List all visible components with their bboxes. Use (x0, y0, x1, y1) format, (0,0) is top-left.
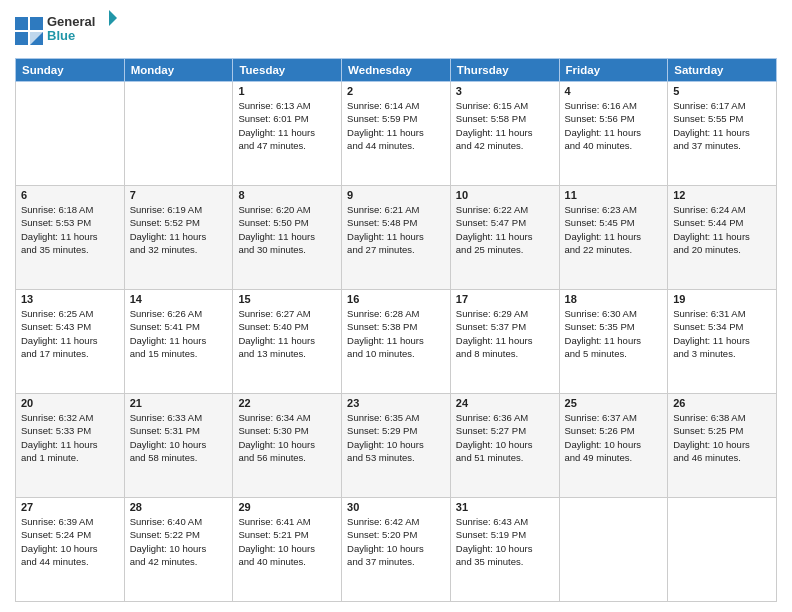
cell-info-line: and 46 minutes. (673, 451, 771, 464)
cell-info-line: Sunrise: 6:42 AM (347, 515, 445, 528)
cell-info-line: Daylight: 11 hours (238, 230, 336, 243)
calendar-cell: 26Sunrise: 6:38 AMSunset: 5:25 PMDayligh… (668, 394, 777, 498)
cell-info-line: Sunset: 5:21 PM (238, 528, 336, 541)
calendar-row-1: 6Sunrise: 6:18 AMSunset: 5:53 PMDaylight… (16, 186, 777, 290)
cell-info-line: Daylight: 11 hours (21, 334, 119, 347)
cell-info-line: Sunset: 6:01 PM (238, 112, 336, 125)
cell-info-line: Sunset: 5:38 PM (347, 320, 445, 333)
cell-info-line: Sunset: 5:19 PM (456, 528, 554, 541)
cell-info-line: and 40 minutes. (565, 139, 663, 152)
cell-info-line: Sunset: 5:37 PM (456, 320, 554, 333)
day-number: 28 (130, 501, 228, 513)
cell-info-line: Daylight: 11 hours (21, 438, 119, 451)
cell-info-line: Sunrise: 6:31 AM (673, 307, 771, 320)
day-number: 16 (347, 293, 445, 305)
calendar-cell: 12Sunrise: 6:24 AMSunset: 5:44 PMDayligh… (668, 186, 777, 290)
cell-info-line: Sunrise: 6:23 AM (565, 203, 663, 216)
cell-info-line: Sunset: 5:48 PM (347, 216, 445, 229)
day-number: 2 (347, 85, 445, 97)
cell-info-line: Sunset: 5:56 PM (565, 112, 663, 125)
day-number: 20 (21, 397, 119, 409)
cell-info-line: Sunrise: 6:29 AM (456, 307, 554, 320)
cell-info-line: Daylight: 11 hours (673, 126, 771, 139)
day-number: 18 (565, 293, 663, 305)
day-number: 7 (130, 189, 228, 201)
cell-info-line: Sunset: 5:53 PM (21, 216, 119, 229)
cell-info-line: Daylight: 11 hours (456, 334, 554, 347)
cell-info-line: Sunrise: 6:30 AM (565, 307, 663, 320)
cell-info-line: Sunrise: 6:17 AM (673, 99, 771, 112)
calendar-row-0: 1Sunrise: 6:13 AMSunset: 6:01 PMDaylight… (16, 82, 777, 186)
day-number: 6 (21, 189, 119, 201)
day-number: 31 (456, 501, 554, 513)
cell-info-line: and 47 minutes. (238, 139, 336, 152)
cell-info-line: Sunrise: 6:43 AM (456, 515, 554, 528)
cell-info-line: Sunrise: 6:16 AM (565, 99, 663, 112)
logo-icon (15, 17, 43, 45)
cell-info-line: Sunset: 5:52 PM (130, 216, 228, 229)
cell-info-line: Sunrise: 6:33 AM (130, 411, 228, 424)
day-number: 13 (21, 293, 119, 305)
logo: General Blue (15, 10, 117, 52)
calendar-row-3: 20Sunrise: 6:32 AMSunset: 5:33 PMDayligh… (16, 394, 777, 498)
cell-info-line: Sunrise: 6:28 AM (347, 307, 445, 320)
day-number: 15 (238, 293, 336, 305)
calendar-cell: 21Sunrise: 6:33 AMSunset: 5:31 PMDayligh… (124, 394, 233, 498)
cell-info-line: Sunset: 5:41 PM (130, 320, 228, 333)
cell-info-line: Daylight: 11 hours (565, 126, 663, 139)
cell-info-line: and 10 minutes. (347, 347, 445, 360)
cell-info-line: Sunrise: 6:38 AM (673, 411, 771, 424)
cell-info-line: Daylight: 11 hours (238, 126, 336, 139)
calendar-row-2: 13Sunrise: 6:25 AMSunset: 5:43 PMDayligh… (16, 290, 777, 394)
cell-info-line: Sunrise: 6:36 AM (456, 411, 554, 424)
cell-info-line: Sunset: 5:20 PM (347, 528, 445, 541)
cell-info-line: and 42 minutes. (456, 139, 554, 152)
cell-info-line: Sunrise: 6:40 AM (130, 515, 228, 528)
cell-info-line: Sunrise: 6:39 AM (21, 515, 119, 528)
generalblue-logo-svg: General Blue (47, 10, 117, 48)
cell-info-line: Sunrise: 6:20 AM (238, 203, 336, 216)
calendar-cell: 31Sunrise: 6:43 AMSunset: 5:19 PMDayligh… (450, 498, 559, 602)
cell-info-line: Daylight: 11 hours (238, 334, 336, 347)
cell-info-line: Daylight: 10 hours (238, 542, 336, 555)
cell-info-line: and 13 minutes. (238, 347, 336, 360)
day-number: 10 (456, 189, 554, 201)
cell-info-line: and 44 minutes. (347, 139, 445, 152)
calendar-cell: 2Sunrise: 6:14 AMSunset: 5:59 PMDaylight… (342, 82, 451, 186)
cell-info-line: Daylight: 10 hours (456, 542, 554, 555)
cell-info-line: Sunset: 5:29 PM (347, 424, 445, 437)
calendar-cell: 7Sunrise: 6:19 AMSunset: 5:52 PMDaylight… (124, 186, 233, 290)
cell-info-line: Sunrise: 6:35 AM (347, 411, 445, 424)
calendar-cell: 11Sunrise: 6:23 AMSunset: 5:45 PMDayligh… (559, 186, 668, 290)
cell-info-line: and 30 minutes. (238, 243, 336, 256)
cell-info-line: and 27 minutes. (347, 243, 445, 256)
day-number: 30 (347, 501, 445, 513)
cell-info-line: Sunrise: 6:19 AM (130, 203, 228, 216)
calendar-cell: 13Sunrise: 6:25 AMSunset: 5:43 PMDayligh… (16, 290, 125, 394)
calendar-cell: 1Sunrise: 6:13 AMSunset: 6:01 PMDaylight… (233, 82, 342, 186)
calendar-cell: 24Sunrise: 6:36 AMSunset: 5:27 PMDayligh… (450, 394, 559, 498)
cell-info-line: Sunset: 5:45 PM (565, 216, 663, 229)
day-number: 8 (238, 189, 336, 201)
cell-info-line: Sunrise: 6:21 AM (347, 203, 445, 216)
cell-info-line: and 40 minutes. (238, 555, 336, 568)
cell-info-line: and 32 minutes. (130, 243, 228, 256)
cell-info-line: Sunset: 5:30 PM (238, 424, 336, 437)
cell-info-line: Daylight: 11 hours (673, 230, 771, 243)
cell-info-line: Daylight: 10 hours (673, 438, 771, 451)
cell-info-line: Sunset: 5:40 PM (238, 320, 336, 333)
cell-info-line: and 3 minutes. (673, 347, 771, 360)
calendar-cell: 9Sunrise: 6:21 AMSunset: 5:48 PMDaylight… (342, 186, 451, 290)
day-number: 26 (673, 397, 771, 409)
calendar-cell: 6Sunrise: 6:18 AMSunset: 5:53 PMDaylight… (16, 186, 125, 290)
svg-text:General: General (47, 14, 95, 29)
day-number: 5 (673, 85, 771, 97)
cell-info-line: Daylight: 11 hours (456, 126, 554, 139)
day-number: 14 (130, 293, 228, 305)
cell-info-line: Sunset: 5:43 PM (21, 320, 119, 333)
calendar-cell: 14Sunrise: 6:26 AMSunset: 5:41 PMDayligh… (124, 290, 233, 394)
cell-info-line: and 56 minutes. (238, 451, 336, 464)
cell-info-line: Daylight: 10 hours (456, 438, 554, 451)
cell-info-line: and 51 minutes. (456, 451, 554, 464)
cell-info-line: Sunset: 5:27 PM (456, 424, 554, 437)
